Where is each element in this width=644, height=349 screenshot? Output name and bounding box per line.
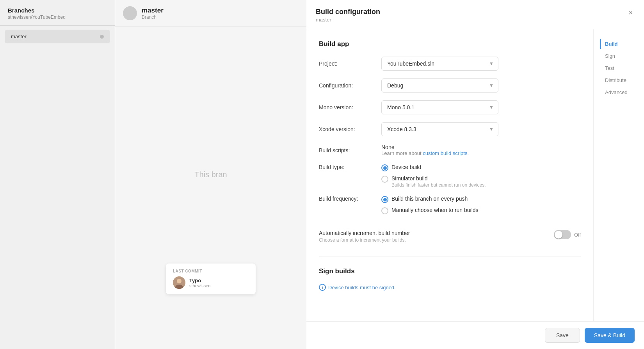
radio-manual[interactable]: Manually choose when to run builds [381, 207, 581, 214]
modal-body: Build app Project: YouTubeEmbed.sln ▼ [306, 29, 644, 321]
toggle-title: Automatically increment build number [319, 230, 410, 236]
configuration-label: Configuration: [319, 82, 381, 89]
build-type-label: Build type: [319, 164, 381, 170]
branch-item[interactable]: master [5, 30, 110, 43]
modal-content: Build app Project: YouTubeEmbed.sln ▼ [306, 29, 593, 321]
branch-circle [123, 6, 137, 20]
last-commit-label: LAST COMMIT [173, 269, 249, 273]
build-type-control: Device build Simulator build Builds fini… [381, 164, 581, 188]
radio-every-push[interactable]: Build this branch on every push [381, 196, 581, 203]
radio-every-push-input[interactable] [381, 196, 388, 203]
configuration-select-wrapper: Debug ▼ [381, 78, 498, 93]
scripts-control: None Learn more about custom build scrip… [381, 144, 581, 156]
svg-point-1 [177, 279, 181, 283]
toggle-off-label: Off [574, 232, 581, 238]
modal-title: Build configuration [316, 8, 380, 16]
nav-item-test[interactable]: Test [600, 63, 638, 73]
section-title-sign: Sign builds [319, 267, 581, 275]
radio-device-label-group: Device build [391, 164, 421, 170]
sidebar-subtitle: sthewissen/YouTubeEmbed [8, 14, 107, 20]
toggle-info: Automatically increment build number Cho… [319, 230, 410, 243]
modal-header: Build configuration master × [306, 0, 644, 29]
middle-header: master Branch [115, 0, 306, 27]
info-icon: i [319, 284, 326, 291]
middle-branch-name: master [142, 7, 164, 14]
section-title-build: Build app [319, 40, 581, 48]
radio-simulator-build[interactable]: Simulator build Builds finish faster but… [381, 175, 581, 188]
empty-state-text: This bran [194, 170, 227, 179]
last-commit-content: Typo sthewissen [173, 276, 249, 289]
custom-build-scripts-link[interactable]: custom build scripts [423, 150, 467, 156]
save-and-build-button[interactable]: Save & Build [585, 328, 635, 343]
middle-panel: master Branch This bran LAST COMMIT Typo… [115, 0, 306, 349]
radio-device-label: Device build [391, 164, 421, 170]
sign-info-text: Device builds must be signed. [328, 285, 396, 290]
build-type-radio-group: Device build Simulator build Builds fini… [381, 164, 581, 188]
sign-builds-section: Sign builds i Device builds must be sign… [319, 256, 581, 295]
nav-item-sign[interactable]: Sign [600, 51, 638, 61]
configuration-row: Configuration: Debug ▼ [319, 78, 581, 93]
toggle-desc: Choose a format to increment your builds… [319, 237, 410, 243]
commit-avatar [173, 276, 185, 289]
radio-every-push-label: Build this branch on every push [391, 196, 468, 202]
last-commit-card: LAST COMMIT Typo sthewissen [166, 264, 256, 294]
mono-row: Mono version: Mono 5.0.1 ▼ [319, 100, 581, 114]
sign-info: i Device builds must be signed. [319, 284, 581, 291]
build-app-section: Build app Project: YouTubeEmbed.sln ▼ [319, 29, 581, 256]
auto-increment-row: Automatically increment build number Cho… [319, 222, 581, 247]
modal-footer: Save Save & Build [306, 321, 644, 349]
xcode-label: Xcode version: [319, 126, 381, 132]
sidebar-title: Branches [8, 7, 107, 14]
scripts-row: Build scripts: None Learn more about cus… [319, 144, 581, 156]
radio-manual-input[interactable] [381, 207, 388, 214]
xcode-select-wrapper: Xcode 8.3.3 ▼ [381, 122, 498, 136]
mono-select-wrapper: Mono 5.0.1 ▼ [381, 100, 498, 114]
project-control: YouTubeEmbed.sln ▼ [381, 57, 581, 71]
build-type-row: Build type: Device build [319, 164, 581, 188]
scripts-link-text: Learn more about custom build scripts. [381, 150, 581, 156]
xcode-select[interactable]: Xcode 8.3.3 [381, 122, 498, 136]
configuration-select[interactable]: Debug [381, 78, 498, 93]
build-freq-control: Build this branch on every push Manually… [381, 196, 581, 214]
nav-item-advanced[interactable]: Advanced [600, 87, 638, 98]
middle-branch-label: Branch [142, 14, 164, 20]
build-freq-row: Build frequency: Build this branch on ev… [319, 196, 581, 214]
project-select[interactable]: YouTubeEmbed.sln [381, 57, 498, 71]
modal-branch-name: master [316, 17, 380, 23]
project-label: Project: [319, 61, 381, 67]
nav-item-build[interactable]: Build [600, 39, 638, 49]
xcode-control: Xcode 8.3.3 ▼ [381, 122, 581, 136]
build-config-modal: Build configuration master × Build app P… [306, 0, 644, 349]
modal-nav: Build Sign Test Distribute Advanced [593, 29, 644, 321]
mono-select[interactable]: Mono 5.0.1 [381, 100, 498, 114]
left-sidebar: Branches sthewissen/YouTubeEmbed master [0, 0, 115, 349]
radio-simulator-label-group: Simulator build Builds finish faster but… [391, 175, 486, 188]
branch-item-name: master [11, 34, 27, 39]
project-select-wrapper: YouTubeEmbed.sln ▼ [381, 57, 498, 71]
configuration-control: Debug ▼ [381, 78, 581, 93]
build-freq-radio-group: Build this branch on every push Manually… [381, 196, 581, 214]
save-button[interactable]: Save [545, 328, 580, 343]
scripts-label: Build scripts: [319, 147, 381, 153]
radio-simulator-input[interactable] [381, 176, 388, 183]
xcode-row: Xcode version: Xcode 8.3.3 ▼ [319, 122, 581, 136]
radio-simulator-label: Simulator build [391, 175, 486, 182]
toggle-knob [555, 231, 562, 239]
branch-status-dot [100, 35, 104, 39]
radio-device-build[interactable]: Device build [381, 164, 581, 171]
learn-more-text: Learn more about [381, 150, 423, 156]
project-row: Project: YouTubeEmbed.sln ▼ [319, 57, 581, 71]
commit-info: Typo sthewissen [189, 278, 210, 288]
close-button[interactable]: × [627, 8, 635, 17]
scripts-period: . [467, 150, 469, 156]
radio-simulator-sublabel: Builds finish faster but cannot run on d… [391, 182, 486, 188]
auto-increment-toggle[interactable] [554, 230, 571, 239]
mono-label: Mono version: [319, 104, 381, 110]
build-freq-label: Build frequency: [319, 196, 381, 202]
nav-item-distribute[interactable]: Distribute [600, 75, 638, 85]
middle-branch-info: master Branch [142, 7, 164, 20]
mono-control: Mono 5.0.1 ▼ [381, 100, 581, 114]
commit-author: sthewissen [189, 283, 210, 288]
radio-device-input[interactable] [381, 164, 388, 171]
radio-manual-label: Manually choose when to run builds [391, 207, 479, 213]
